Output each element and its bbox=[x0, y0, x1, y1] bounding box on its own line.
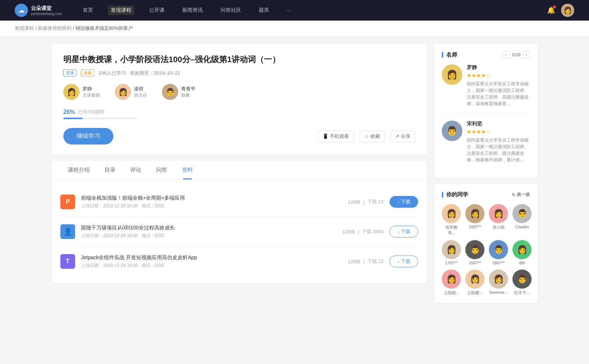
teacher-2-role: 助教 bbox=[181, 92, 195, 99]
classmate-name-5: 1567** bbox=[469, 261, 481, 265]
classmate-item-10[interactable]: 👩 Summer... bbox=[489, 270, 508, 296]
tab-intro[interactable]: 课程介绍 bbox=[60, 161, 97, 179]
refresh-icon: ↻ bbox=[512, 192, 515, 197]
teachers-panel-title: 名师 ‹ 1/10 › bbox=[442, 51, 530, 58]
nav-item-qa[interactable]: 问答社区 bbox=[218, 6, 244, 15]
right-column: 名师 ‹ 1/10 › 👩 罗静 ★★★★☆ 国内某重点大学安全工程专业硕士，国… bbox=[434, 44, 537, 303]
teacher-panel-stars-1: ★★★★☆ bbox=[467, 129, 530, 135]
classmate-name-8: 上院能... bbox=[444, 290, 459, 296]
teacher-panel-info-0: 罗静 ★★★★☆ 国内某重点大学安全工程专业硕士，国家一级注册消防工程师、注册安… bbox=[467, 64, 530, 107]
nav-item-quiz[interactable]: 题库 bbox=[256, 6, 272, 15]
classmate-item-5[interactable]: 👨 1567** bbox=[465, 240, 484, 265]
download-button-0[interactable]: ↓ 下载 bbox=[389, 196, 418, 208]
teacher-2-info: 青青平 助教 bbox=[181, 86, 195, 99]
file-info-1: 跟随千万级项目从0到100全过程高效成长 上传日期：2019-12-28 16:… bbox=[81, 225, 336, 239]
teacher-panel-desc-1: 国内某重点大学安全工程专业硕士，国家一级注册消防工程师、注册安全工程师、级注册建… bbox=[467, 137, 530, 163]
share-icon: ↗ bbox=[395, 133, 399, 139]
download-button-2[interactable]: ↓ 下载 bbox=[389, 256, 418, 267]
nav-item-public[interactable]: 公开课 bbox=[146, 6, 167, 15]
navbar: ☁ 云朵课堂 yunduoketang.com 首页 发现课程 公开课 新闻资讯… bbox=[0, 0, 589, 21]
breadcrumb-series[interactable]: 新媒体营销系列 bbox=[38, 25, 71, 31]
teacher-0-name: 罗静 bbox=[82, 86, 100, 92]
file-meta-2: 上传日期：2019-12-28 16:00 格式：DOC bbox=[81, 263, 342, 269]
classmate-item-2[interactable]: 👩 张小田 bbox=[489, 204, 508, 236]
classmate-avatar-8: 👩 bbox=[442, 270, 461, 289]
breadcrumb-current: 销冠修炼术搞定80%的客户 bbox=[75, 25, 133, 31]
classmate-item-11[interactable]: 👨 吐不干... bbox=[512, 270, 532, 296]
teacher-list: 👩 罗静 主讲老师 👩 凌荷 班主任 👨 青青平 bbox=[63, 84, 415, 100]
classmate-name-4: 1767** bbox=[445, 261, 457, 265]
download-button-1[interactable]: ↓ 下载 bbox=[389, 226, 418, 238]
progress-label: 26% 已学习0课时 bbox=[63, 109, 415, 115]
teachers-next-button[interactable]: › bbox=[523, 51, 530, 58]
nav-right: 🔔 👩 bbox=[547, 4, 574, 17]
classmate-name-9: 土院楼... bbox=[467, 290, 483, 296]
user-avatar[interactable]: 👩 bbox=[561, 4, 574, 17]
classmate-item-7[interactable]: 👩 Bill bbox=[512, 240, 532, 265]
file-name-0: 前端全栈加强版！前端全栈+全周期+多端应用 bbox=[81, 195, 342, 201]
collect-button[interactable]: ☆ 收藏 bbox=[360, 131, 385, 142]
file-icon-1: 👤 bbox=[60, 224, 75, 239]
teacher-1-info: 凌荷 班主任 bbox=[134, 86, 147, 99]
teacher-0-info: 罗静 主讲老师 bbox=[82, 86, 100, 99]
nav-item-news[interactable]: 新闻资讯 bbox=[179, 6, 206, 15]
breadcrumb-discover[interactable]: 发现课程 bbox=[15, 25, 34, 31]
classmate-name-11: 吐不干... bbox=[514, 290, 530, 296]
teacher-0: 👩 罗静 主讲老师 bbox=[63, 84, 100, 100]
file-icon-2: T bbox=[60, 254, 75, 269]
file-name-1: 跟随千万级项目从0到100全过程高效成长 bbox=[81, 225, 336, 231]
tab-materials[interactable]: 资料 bbox=[174, 161, 200, 179]
file-stats-1: 12MB | 下载 3456 bbox=[342, 228, 384, 235]
teacher-1-role: 班主任 bbox=[134, 92, 147, 99]
teacher-panel-info-1: 宋利坚 ★★★★☆ 国内某重点大学安全工程专业硕士，国家一级注册消防工程师、注册… bbox=[467, 121, 530, 163]
logo-icon: ☁ bbox=[15, 4, 28, 17]
classmate-item-1[interactable]: 👩 1567** bbox=[465, 204, 484, 236]
teacher-panel-name-0: 罗静 bbox=[467, 64, 530, 71]
share-button[interactable]: ↗ 分享 bbox=[391, 131, 415, 142]
teachers-panel: 名师 ‹ 1/10 › 👩 罗静 ★★★★☆ 国内某重点大学安全工程专业硕士，国… bbox=[434, 44, 537, 178]
nav-item-home[interactable]: 首页 bbox=[80, 6, 96, 15]
file-item: T Jetpack全组件实战 开发短视频应用高仿皮皮虾App 上传日期：2019… bbox=[60, 247, 418, 276]
teacher-panel-desc-0: 国内某重点大学安全工程专业硕士，国家一级注册消防工程师、注册安全工程师、高级注册… bbox=[467, 81, 530, 107]
file-name-2: Jetpack全组件实战 开发短视频应用高仿皮皮虾App bbox=[81, 254, 342, 261]
tab-catalog[interactable]: 目录 bbox=[97, 161, 123, 179]
teachers-panel-nav: ‹ 1/10 › bbox=[502, 51, 530, 58]
nav-item-discover[interactable]: 发现课程 bbox=[108, 6, 134, 15]
teacher-panel-avatar-1: 👨 bbox=[442, 121, 462, 141]
mobile-icon: 📱 bbox=[322, 133, 328, 139]
tab-qa[interactable]: 问答 bbox=[149, 161, 174, 179]
teacher-1-name: 凌荷 bbox=[134, 86, 147, 92]
tabs-header: 课程介绍 目录 评论 问答 资料 bbox=[52, 161, 427, 180]
left-column: 明星中教授课，小学阶段语法100分–强化级第1讲动词（一） 直播 录播 246人… bbox=[52, 44, 427, 303]
classmate-item-4[interactable]: 👩 1767** bbox=[442, 240, 461, 265]
classmate-item-9[interactable]: 👩 土院楼... bbox=[465, 270, 484, 296]
nav-item-more[interactable]: ··· bbox=[284, 6, 294, 15]
classmate-name-2: 张小田 bbox=[493, 225, 505, 230]
progress-bar-fill bbox=[63, 118, 82, 119]
classmate-name-3: Charles bbox=[515, 225, 529, 229]
classmate-item-3[interactable]: 👨 Charles bbox=[512, 204, 532, 236]
classmate-item-0[interactable]: 👩 化学教书... bbox=[442, 204, 461, 236]
progress-section: 26% 已学习0课时 bbox=[63, 109, 415, 119]
classmate-item-8[interactable]: 👩 上院能... bbox=[442, 270, 461, 296]
classmates-refresh-button[interactable]: ↻ 换一换 bbox=[512, 192, 530, 198]
file-info-0: 前端全栈加强版！前端全栈+全周期+多端应用 上传日期：2019-12-28 16… bbox=[81, 195, 342, 209]
file-item: 👤 跟随千万级项目从0到100全过程高效成长 上传日期：2019-12-28 1… bbox=[60, 217, 418, 247]
notification-bell[interactable]: 🔔 bbox=[547, 6, 555, 14]
progress-sublabel: 已学习0课时 bbox=[78, 109, 105, 115]
tag-live: 直播 bbox=[63, 69, 77, 76]
teachers-prev-button[interactable]: ‹ bbox=[502, 51, 510, 58]
course-actions: 继续学习 📱 手机观看 ☆ 收藏 ↗ 分享 bbox=[63, 128, 415, 144]
tab-comments[interactable]: 评论 bbox=[123, 161, 149, 179]
file-item: P 前端全栈加强版！前端全栈+全周期+多端应用 上传日期：2019-12-28 … bbox=[60, 187, 418, 217]
classmate-avatar-4: 👩 bbox=[442, 240, 461, 259]
mobile-view-button[interactable]: 📱 手机观看 bbox=[318, 131, 354, 142]
course-meta: 直播 录播 246人已学习 · 有效期至：2019–10–21 bbox=[63, 69, 415, 76]
classmate-avatar-3: 👨 bbox=[512, 204, 532, 223]
teacher-2-name: 青青平 bbox=[181, 86, 195, 92]
file-meta-0: 上传日期：2019-12-28 16:00 格式：DOC bbox=[81, 203, 342, 209]
teacher-panel-avatar-0: 👩 bbox=[442, 64, 462, 85]
logo[interactable]: ☁ 云朵课堂 yunduoketang.com bbox=[15, 4, 62, 17]
continue-learning-button[interactable]: 继续学习 bbox=[63, 128, 113, 144]
classmate-item-6[interactable]: 👨 1867** bbox=[489, 240, 508, 265]
